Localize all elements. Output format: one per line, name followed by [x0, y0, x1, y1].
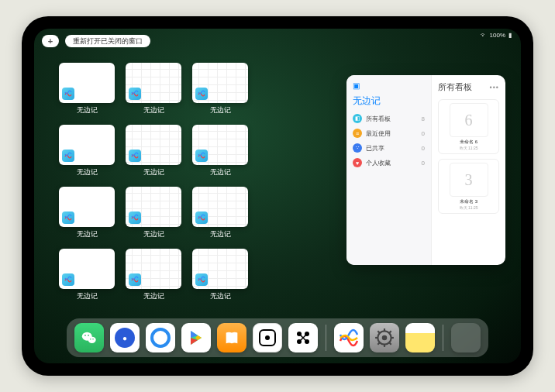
svg-point-4 — [90, 339, 91, 339]
window-label: 无边记 — [210, 291, 231, 301]
freeform-app-badge-icon — [129, 88, 141, 100]
thumb-preview — [126, 187, 181, 227]
shared-icon: ∵ — [353, 143, 362, 153]
thumb-preview — [192, 63, 248, 103]
battery-icon: ▮ — [508, 32, 512, 39]
app-library-icon[interactable] — [451, 323, 481, 352]
window-thumbnail[interactable]: 无边记 — [59, 125, 115, 177]
window-label: 无边记 — [210, 229, 231, 239]
window-label: 无边记 — [210, 167, 231, 177]
window-thumbnail[interactable]: 无边记 — [126, 249, 181, 301]
more-icon[interactable]: ••• — [490, 84, 499, 91]
board-preview: 3 — [450, 163, 488, 197]
freeform-sidebar: ▣ 无边记 ◧ 所有看板 8 ≡ 最近使用 0 ∵ 已共享 0 — [346, 75, 432, 265]
thumb-preview — [126, 63, 181, 103]
sidebar-toggle-icon[interactable]: ▣ — [353, 81, 360, 90]
window-label: 无边记 — [143, 105, 164, 115]
freeform-app-badge-icon — [129, 211, 141, 224]
new-window-button[interactable]: + — [42, 35, 59, 47]
freeform-icon[interactable] — [334, 323, 364, 352]
window-thumbnail[interactable]: 无边记 — [192, 187, 248, 239]
svg-point-3 — [88, 335, 89, 336]
freeform-window[interactable]: ▣ 无边记 ◧ 所有看板 8 ≡ 最近使用 0 ∵ 已共享 0 — [346, 75, 505, 265]
top-bar: + 重新打开已关闭的窗口 — [42, 35, 150, 47]
wechat-icon[interactable] — [74, 323, 104, 352]
board-time: 昨天 11:25 — [460, 205, 478, 210]
sidebar-item-shared[interactable]: ∵ 已共享 0 — [353, 143, 425, 153]
freeform-main: 所有看板 ••• 6 未命名 6 昨天 11:25 3 未命名 3 昨天 11:… — [432, 75, 505, 265]
window-thumbnail[interactable]: 无边记 — [126, 187, 181, 239]
dock-separator — [326, 325, 326, 351]
sidebar-item-count: 8 — [422, 115, 425, 122]
freeform-app-badge-icon — [62, 273, 74, 286]
window-label: 无边记 — [143, 229, 164, 239]
screen: ᯤ 100% ▮ + 重新打开已关闭的窗口 无边记 — [34, 29, 521, 363]
svg-point-13 — [382, 335, 388, 341]
wifi-icon: ᯤ — [481, 32, 487, 39]
quark-browser-icon[interactable]: ● — [110, 323, 140, 352]
books-icon[interactable] — [217, 323, 246, 352]
sidebar-item-label: 最近使用 — [366, 129, 391, 138]
svg-point-2 — [84, 335, 86, 336]
svg-line-20 — [377, 343, 379, 345]
window-thumbnail[interactable]: 无边记 — [192, 63, 248, 115]
plus-icon: + — [48, 36, 53, 46]
infuse-icon[interactable] — [288, 323, 318, 352]
board-name: 未命名 6 — [460, 139, 477, 146]
thumb-preview — [192, 249, 248, 289]
settings-icon[interactable] — [370, 323, 399, 352]
notes-icon[interactable] — [405, 323, 435, 352]
window-thumbnail[interactable]: 无边记 — [126, 63, 181, 115]
sidebar-item-label: 个人收藏 — [366, 159, 391, 167]
thumb-preview — [59, 187, 115, 227]
sidebar-item-recents[interactable]: ≡ 最近使用 0 — [353, 129, 425, 138]
svg-line-19 — [390, 343, 391, 345]
board-time: 昨天 11:25 — [460, 146, 478, 150]
window-thumbnail[interactable]: 无边记 — [126, 125, 181, 177]
board-card[interactable]: 3 未命名 3 昨天 11:25 — [438, 159, 499, 214]
sidebar-item-label: 所有看板 — [366, 115, 391, 123]
sidebar-item-count: 0 — [422, 145, 425, 152]
sidebar-item-all-boards[interactable]: ◧ 所有看板 8 — [353, 114, 425, 123]
sidebar-item-favorites[interactable]: ♥ 个人收藏 0 — [353, 158, 425, 167]
window-label: 无边记 — [143, 291, 164, 301]
board-card[interactable]: 6 未命名 6 昨天 11:25 — [438, 99, 499, 154]
svg-line-21 — [390, 331, 391, 332]
freeform-app-badge-icon — [195, 150, 208, 162]
window-thumbnail[interactable]: 无边记 — [192, 125, 248, 177]
window-thumbnail[interactable]: 无边记 — [59, 249, 115, 301]
freeform-app-badge-icon — [62, 211, 74, 224]
window-label: 无边记 — [77, 291, 98, 301]
status-bar: ᯤ 100% ▮ — [481, 32, 512, 39]
freeform-app-badge-icon — [62, 88, 74, 100]
window-thumbnail[interactable]: 无边记 — [192, 249, 248, 301]
window-label: 无边记 — [77, 229, 98, 239]
board-name: 未命名 3 — [460, 198, 477, 205]
battery-label: 100% — [490, 32, 505, 39]
boards-icon: ◧ — [353, 114, 362, 123]
dice-icon[interactable] — [253, 323, 282, 352]
thumb-preview — [126, 125, 181, 165]
svg-point-7 — [265, 335, 270, 340]
dock-separator — [443, 325, 443, 351]
freeform-app-badge-icon — [195, 88, 208, 100]
dock: ● — [67, 318, 488, 357]
freeform-app-badge-icon — [129, 273, 141, 286]
reopen-closed-window-button[interactable]: 重新打开已关闭的窗口 — [65, 35, 150, 47]
thumb-preview — [59, 63, 115, 103]
play-store-icon[interactable] — [181, 323, 211, 352]
freeform-app-badge-icon — [62, 150, 74, 162]
qq-browser-icon[interactable] — [146, 323, 175, 352]
thumb-preview — [59, 125, 115, 165]
svg-line-18 — [377, 331, 379, 332]
reopen-label: 重新打开已关闭的窗口 — [73, 36, 143, 46]
window-thumbnail[interactable]: 无边记 — [59, 187, 115, 239]
thumb-preview — [192, 125, 248, 165]
thumb-preview — [192, 187, 248, 227]
window-thumbnail[interactable]: 无边记 — [59, 63, 115, 115]
window-label: 无边记 — [77, 167, 98, 177]
svg-point-1 — [88, 337, 96, 343]
thumb-preview — [126, 249, 181, 289]
board-preview: 6 — [450, 103, 488, 137]
ipad-frame: ᯤ 100% ▮ + 重新打开已关闭的窗口 无边记 — [22, 16, 533, 376]
